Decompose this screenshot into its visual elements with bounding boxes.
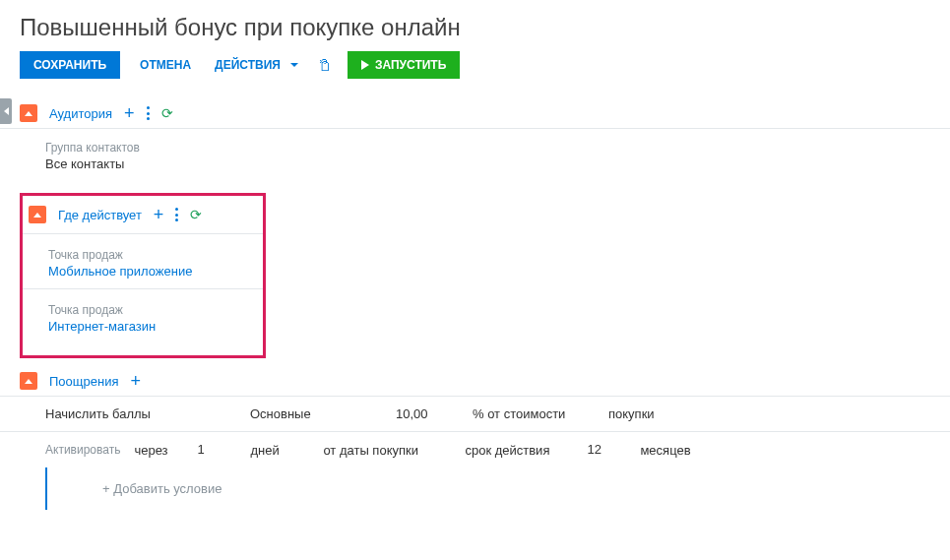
save-button[interactable]: СОХРАНИТЬ <box>20 51 120 79</box>
reward-unit[interactable]: % от стоимости <box>473 406 591 421</box>
valid-label[interactable]: срок действия <box>465 443 573 458</box>
reward-type[interactable]: Основные <box>250 406 378 421</box>
reward-of[interactable]: покупки <box>608 406 697 421</box>
refresh-icon[interactable]: ⟳ <box>161 105 173 121</box>
valid-value-input[interactable] <box>587 442 626 458</box>
collapse-icon[interactable] <box>29 206 46 223</box>
reward-action[interactable]: Начислить баллы <box>45 406 232 421</box>
where-body: Точка продаж Мобильное приложение Точка … <box>23 227 263 347</box>
activate-from[interactable]: от даты покупки <box>323 443 451 458</box>
reward-amount[interactable]: 10,00 <box>396 406 455 421</box>
valid-unit[interactable]: месяцев <box>640 443 728 458</box>
play-icon <box>361 60 369 70</box>
add-icon[interactable]: + <box>124 104 135 122</box>
collapse-icon[interactable] <box>20 104 37 122</box>
audience-group-value[interactable]: Все контакты <box>45 156 950 177</box>
activate-after[interactable]: через <box>134 443 183 458</box>
add-icon[interactable]: + <box>130 372 141 390</box>
section-rewards: Поощрения + × Начислить баллы Основные 1… <box>0 366 950 510</box>
cancel-button[interactable]: ОТМЕНА <box>136 51 195 79</box>
run-button[interactable]: ЗАПУСТИТЬ <box>348 51 460 79</box>
where-item-label: Точка продаж <box>48 238 263 264</box>
divider <box>23 288 263 289</box>
section-title-rewards[interactable]: Поощрения <box>49 374 118 389</box>
toolbar: СОХРАНИТЬ ОТМЕНА ДЕЙСТВИЯ 🏷 ЗАПУСТИТЬ <box>0 51 950 98</box>
activate-label: Активировать <box>45 443 120 457</box>
section-header-where: Где действует + ⟳ <box>23 196 263 227</box>
collapse-icon[interactable] <box>20 372 37 390</box>
section-where-highlighted: Где действует + ⟳ Точка продаж Мобильное… <box>20 193 266 358</box>
section-header-audience: Аудитория + ⟳ <box>0 98 950 128</box>
where-item-value[interactable]: Интернет-магазин <box>48 319 263 340</box>
where-item-label: Точка продаж <box>48 293 263 319</box>
run-button-label: ЗАПУСТИТЬ <box>375 58 446 72</box>
audience-body: Группа контактов Все контакты <box>0 128 950 185</box>
where-item-value[interactable]: Мобильное приложение <box>48 264 263 284</box>
activate-days-input[interactable] <box>197 442 236 458</box>
add-icon[interactable]: + <box>154 206 164 223</box>
add-condition-button[interactable]: + Добавить условие <box>45 467 950 510</box>
section-title-where[interactable]: Где действует <box>58 208 142 222</box>
reward-row-main: Начислить баллы Основные 10,00 % от стои… <box>0 396 950 432</box>
section-title-audience[interactable]: Аудитория <box>49 106 112 121</box>
section-audience: Аудитория + ⟳ Группа контактов Все конта… <box>0 98 950 185</box>
audience-group-label: Группа контактов <box>45 131 950 156</box>
tag-icon[interactable]: 🏷 <box>317 58 333 72</box>
menu-dots-icon[interactable] <box>147 106 150 120</box>
divider <box>23 233 263 234</box>
menu-dots-icon[interactable] <box>175 208 178 221</box>
activate-days-label[interactable]: дней <box>250 443 309 458</box>
actions-dropdown[interactable]: ДЕЙСТВИЯ <box>211 51 302 79</box>
page-title: Повышенный бонус при покупке онлайн <box>0 0 950 51</box>
collapse-side-tab[interactable] <box>0 98 12 124</box>
refresh-icon[interactable]: ⟳ <box>190 207 202 222</box>
section-header-rewards: Поощрения + <box>0 366 950 396</box>
reward-row-activation: Активировать через дней от даты покупки … <box>0 432 950 467</box>
